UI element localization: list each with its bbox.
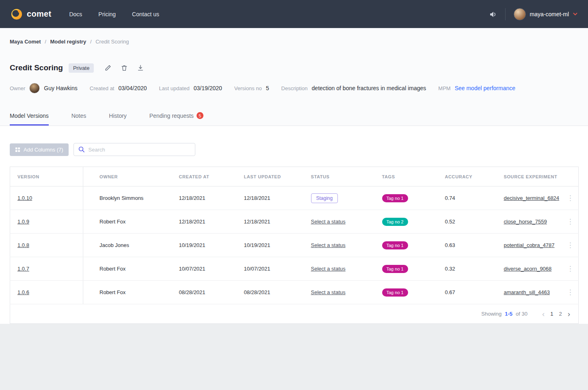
meta-label-last-updated: Last updated (159, 85, 190, 91)
breadcrumb-model-registry[interactable]: Model registry (50, 39, 86, 45)
table-row: 1.0.7 Robert Fox 10/07/2021 10/07/2021 S… (10, 257, 579, 281)
row-menu-button[interactable]: ⋮ (567, 242, 574, 249)
showing-total: of 30 (516, 311, 527, 317)
meta-label-created-at: Created at (90, 85, 115, 91)
page-number-1[interactable]: 1 (550, 311, 553, 317)
status-cell: Select a status (305, 234, 376, 257)
meta-value-versions-no: 5 (266, 85, 269, 91)
edit-button[interactable] (103, 63, 113, 73)
last-updated-cell: 08/28/2021 (238, 281, 305, 304)
model-versions-panel: Add Columns (7) VERSION OWNER CREATED AT… (0, 126, 588, 324)
chevron-down-icon (573, 13, 577, 16)
pencil-icon (104, 64, 112, 72)
version-link[interactable]: 1.0.10 (17, 195, 32, 201)
user-avatar (514, 8, 526, 20)
table-row: 1.0.6 Robert Fox 08/28/2021 08/28/2021 S… (10, 281, 579, 304)
owner-cell: Brooklyn Simmons (83, 186, 173, 210)
nav-divider (505, 8, 506, 20)
download-icon (137, 64, 144, 72)
breadcrumb-separator: / (90, 39, 92, 45)
owner-cell: Robert Fox (83, 210, 173, 234)
download-button[interactable] (135, 63, 146, 73)
delete-button[interactable] (119, 63, 130, 73)
owner-cell: Robert Fox (83, 257, 173, 281)
next-page-button[interactable]: › (568, 310, 570, 318)
tab-pending-requests[interactable]: Pending requests 5 (149, 112, 203, 126)
see-model-performance-link[interactable]: See model performance (455, 85, 515, 91)
search-input[interactable] (74, 143, 195, 156)
brand-text: comet (27, 9, 51, 19)
tag-pill: Tag no 1 (382, 194, 408, 202)
select-status-link[interactable]: Select a status (311, 219, 346, 225)
nav-link-docs[interactable]: Docs (69, 11, 82, 17)
breadcrumb-current: Credit Scoring (95, 39, 129, 45)
col-header-owner: OWNER (83, 167, 173, 186)
status-cell: Select a status (305, 210, 376, 234)
source-experiment-link[interactable]: decisive_terminal_6824 (504, 195, 560, 201)
created-at-cell: 12/18/2021 (173, 210, 238, 234)
meta-label-mpm: MPM (438, 85, 450, 91)
tag-pill: Tag no 1 (382, 288, 408, 297)
col-header-created-at: CREATED AT (173, 167, 238, 186)
prev-page-button[interactable]: ‹ (542, 310, 545, 318)
source-experiment-link[interactable]: close_horse_7559 (504, 219, 547, 225)
version-link[interactable]: 1.0.9 (17, 219, 29, 225)
col-header-source-experiment: SOURCE EXPERIMENT (497, 167, 562, 186)
page-number-2[interactable]: 2 (559, 311, 562, 317)
last-updated-cell: 10/07/2021 (238, 257, 305, 281)
owner-cell: Jacob Jones (83, 234, 173, 257)
accuracy-cell: 0.52 (439, 210, 497, 234)
tab-model-versions[interactable]: Model Versions (10, 112, 49, 126)
nav-link-pricing[interactable]: Pricing (98, 11, 116, 17)
announcement-icon[interactable] (489, 10, 497, 18)
model-versions-table: VERSION OWNER CREATED AT LAST UPDATED ST… (10, 167, 579, 324)
meta-label-description: Description (281, 85, 308, 91)
version-link[interactable]: 1.0.8 (17, 242, 29, 248)
status-cell: Staging (305, 186, 376, 210)
created-at-cell: 10/19/2021 (173, 234, 238, 257)
meta-value-created-at: 03/04/2020 (118, 85, 147, 91)
source-experiment-link[interactable]: diverse_acorn_9068 (504, 266, 552, 272)
meta-label-owner: Owner (10, 85, 25, 91)
select-status-link[interactable]: Select a status (311, 242, 346, 248)
row-menu-button[interactable]: ⋮ (567, 265, 574, 272)
status-cell: Select a status (305, 281, 376, 304)
version-link[interactable]: 1.0.7 (17, 266, 29, 272)
breadcrumb: Maya Comet / Model registry / Credit Sco… (0, 28, 588, 45)
col-header-tags: TAGS (376, 167, 439, 186)
breadcrumb-separator: / (45, 39, 46, 45)
last-updated-cell: 12/18/2021 (238, 210, 305, 234)
user-menu[interactable]: maya-comet-ml (514, 8, 577, 20)
table-row: 1.0.8 Jacob Jones 10/19/2021 10/19/2021 … (10, 234, 579, 257)
model-meta-row: Owner Guy Hawkins Created at 03/04/2020 … (0, 83, 588, 93)
row-menu-button[interactable]: ⋮ (567, 218, 574, 225)
table-row: 1.0.9 Robert Fox 12/18/2021 12/18/2021 S… (10, 210, 579, 234)
tab-notes[interactable]: Notes (71, 112, 86, 126)
table-footer-row: Showing 1-5 of 30 ‹ 1 2 › (10, 304, 579, 324)
col-header-accuracy: ACCURACY (439, 167, 497, 186)
last-updated-cell: 10/19/2021 (238, 234, 305, 257)
row-menu-button[interactable]: ⋮ (567, 289, 574, 296)
tab-history[interactable]: History (109, 112, 127, 126)
meta-label-versions-no: Versions no (234, 85, 262, 91)
version-link[interactable]: 1.0.6 (17, 289, 29, 295)
row-menu-button[interactable]: ⋮ (567, 195, 574, 202)
comet-brand-link[interactable]: comet (11, 8, 51, 20)
status-badge[interactable]: Staging (311, 193, 338, 203)
search-icon (78, 146, 85, 154)
owner-cell: Robert Fox (83, 281, 173, 304)
add-columns-button[interactable]: Add Columns (7) (10, 143, 69, 156)
breadcrumb-workspace[interactable]: Maya Comet (10, 39, 41, 45)
source-experiment-link[interactable]: potential_cobra_4787 (504, 242, 555, 248)
accuracy-cell: 0.32 (439, 257, 497, 281)
accuracy-cell: 0.63 (439, 234, 497, 257)
created-at-cell: 08/28/2021 (173, 281, 238, 304)
source-experiment-link[interactable]: amaranth_sill_4463 (504, 289, 550, 295)
table-body: 1.0.10 Brooklyn Simmons 12/18/2021 12/18… (10, 186, 579, 304)
select-status-link[interactable]: Select a status (311, 289, 346, 295)
nav-link-contact-us[interactable]: Contact us (132, 11, 159, 17)
select-status-link[interactable]: Select a status (311, 266, 346, 272)
user-name: maya-comet-ml (530, 11, 569, 17)
status-cell: Select a status (305, 257, 376, 281)
meta-value-description: detection of bone fractures in medical i… (312, 85, 426, 91)
